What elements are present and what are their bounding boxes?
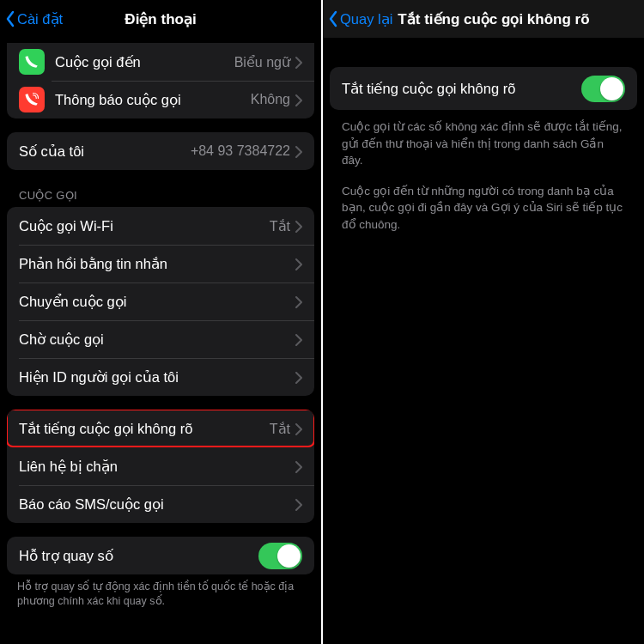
row-wifi-calling[interactable]: Cuộc gọi Wi-Fi Tắt bbox=[7, 207, 314, 245]
row-incoming-calls[interactable]: Cuộc gọi đến Biểu ngữ bbox=[7, 43, 314, 81]
row-detail: Tắt bbox=[270, 421, 290, 437]
back-label: Quay lại bbox=[340, 11, 392, 27]
row-sms-report[interactable]: Báo cáo SMS/cuộc gọi bbox=[7, 485, 314, 523]
chevron-right-icon bbox=[295, 94, 302, 106]
row-call-waiting[interactable]: Chờ cuộc gọi bbox=[7, 320, 314, 358]
row-label: Hỗ trợ quay số bbox=[19, 548, 258, 564]
navbar-right: Quay lại Tắt tiếng cuộc gọi không rõ bbox=[323, 0, 644, 38]
row-silence-unknown[interactable]: Tắt tiếng cuộc gọi không rõ Tắt bbox=[7, 410, 314, 447]
chevron-right-icon bbox=[295, 295, 302, 307]
chevron-right-icon bbox=[295, 333, 302, 345]
row-label: Chuyển cuộc gọi bbox=[19, 294, 295, 310]
back-label: Cài đặt bbox=[17, 11, 63, 27]
row-my-number[interactable]: Số của tôi +84 93 7384722 bbox=[7, 132, 314, 170]
silence-unknown-toggle[interactable] bbox=[581, 76, 625, 102]
row-silence-toggle[interactable]: Tắt tiếng cuộc gọi không rõ bbox=[330, 67, 637, 110]
row-respond-text[interactable]: Phản hồi bằng tin nhắn bbox=[7, 245, 314, 283]
row-label: Phản hồi bằng tin nhắn bbox=[19, 256, 295, 272]
row-detail: +84 93 7384722 bbox=[191, 143, 290, 159]
row-detail: Không bbox=[251, 92, 290, 107]
page-title: Tắt tiếng cuộc gọi không rõ bbox=[398, 10, 589, 28]
chevron-right-icon bbox=[295, 220, 302, 232]
row-label: Liên hệ bị chặn bbox=[19, 459, 295, 475]
row-label: Tắt tiếng cuộc gọi không rõ bbox=[342, 81, 581, 97]
row-label: Chờ cuộc gọi bbox=[19, 331, 295, 348]
row-blocked-contacts[interactable]: Liên hệ bị chặn bbox=[7, 447, 314, 485]
chevron-right-icon bbox=[295, 422, 302, 434]
chevron-right-icon bbox=[295, 258, 302, 270]
row-detail: Tắt bbox=[270, 218, 290, 234]
chevron-right-icon bbox=[295, 460, 302, 472]
row-detail: Biểu ngữ bbox=[234, 54, 290, 70]
section-header-calls: CUỘC GỌI bbox=[0, 170, 321, 207]
back-button[interactable]: Cài đặt bbox=[5, 10, 63, 27]
row-label: Cuộc gọi đến bbox=[55, 54, 234, 70]
description-text: Cuộc gọi đến từ những người có trong dan… bbox=[323, 169, 644, 234]
row-dial-assist[interactable]: Hỗ trợ quay số bbox=[7, 537, 314, 574]
chevron-right-icon bbox=[295, 498, 302, 510]
row-call-forwarding[interactable]: Chuyển cuộc gọi bbox=[7, 283, 314, 320]
phone-announce-icon bbox=[19, 87, 45, 112]
row-announce-calls[interactable]: Thông báo cuộc gọi Không bbox=[7, 81, 314, 118]
row-caller-id[interactable]: Hiện ID người gọi của tôi bbox=[7, 358, 314, 396]
row-label: Cuộc gọi Wi-Fi bbox=[19, 218, 270, 234]
back-button[interactable]: Quay lại bbox=[328, 10, 392, 27]
chevron-left-icon bbox=[328, 10, 338, 27]
row-label: Số của tôi bbox=[19, 143, 191, 160]
description-text: Cuộc gọi từ các số không xác định sẽ đượ… bbox=[323, 110, 644, 169]
navbar-left: Cài đặt Điện thoại bbox=[0, 0, 321, 38]
chevron-right-icon bbox=[295, 145, 302, 157]
chevron-left-icon bbox=[5, 10, 15, 27]
dial-assist-footer: Hỗ trợ quay số tự động xác định tiền tố … bbox=[0, 574, 321, 609]
dial-assist-toggle[interactable] bbox=[258, 543, 302, 569]
row-label: Hiện ID người gọi của tôi bbox=[19, 369, 295, 386]
phone-incoming-icon bbox=[19, 49, 45, 75]
row-label: Báo cáo SMS/cuộc gọi bbox=[19, 496, 295, 513]
chevron-right-icon bbox=[295, 56, 302, 68]
chevron-right-icon bbox=[295, 371, 302, 383]
row-label: Tắt tiếng cuộc gọi không rõ bbox=[19, 421, 270, 437]
row-label: Thông báo cuộc gọi bbox=[55, 92, 251, 108]
